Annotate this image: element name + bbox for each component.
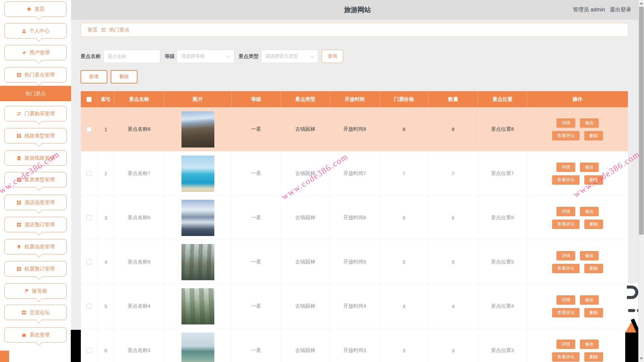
detail-button[interactable]: 详情 — [556, 118, 575, 128]
cell-type: 古镇园林 — [281, 284, 330, 328]
table-row: 6 景点名称3 一星 古镇园林 开放时间3 3 3 景点位置3 详情 修改 查看… — [81, 328, 628, 362]
sidebar-item-label: 旅游线路管理 — [24, 155, 55, 161]
sidebar-item-flight-info-management[interactable]: 机票信息管理 — [4, 239, 67, 254]
sidebar-item-home[interactable]: 首页 — [4, 1, 67, 17]
sidebar-item-route-type-management[interactable]: 线路类型管理 — [4, 128, 67, 143]
delete-button[interactable]: 删除 — [111, 70, 138, 83]
level-select[interactable]: 请选择等级 — [177, 50, 234, 63]
row-checkbox[interactable] — [87, 127, 92, 132]
view-comments-button[interactable]: 查看评论 — [552, 175, 580, 185]
cell-quantity: 3 — [429, 328, 478, 362]
view-comments-button[interactable]: 查看评论 — [552, 264, 580, 273]
view-comments-button[interactable]: 查看评论 — [552, 352, 580, 362]
level-label: 等级 — [165, 50, 175, 63]
cell-level: 一星 — [232, 240, 281, 284]
sidebar-item-ticket-purchase-management[interactable]: 门票购买管理 — [4, 106, 67, 121]
sidebar-item-message-board[interactable]: 留言板 — [4, 283, 67, 299]
query-button[interactable]: 查询 — [322, 50, 343, 63]
scrollbar-thumb[interactable] — [639, 7, 644, 235]
select-all-checkbox[interactable] — [87, 97, 92, 102]
sidebar-item-personal-center[interactable]: 个人中心 — [4, 23, 67, 39]
sidebar-item-label: 酒店预订管理 — [24, 222, 55, 228]
breadcrumb-home[interactable]: 首页 — [88, 27, 98, 33]
scroll-up-arrow-icon[interactable] — [640, 2, 643, 4]
view-comments-button[interactable]: 查看评论 — [552, 308, 580, 317]
dash-glyph — [628, 309, 635, 312]
row-delete-button[interactable]: 删除 — [584, 131, 603, 140]
row-delete-button[interactable]: 删除 — [584, 352, 603, 362]
row-checkbox[interactable] — [87, 215, 92, 220]
row-checkbox[interactable] — [87, 348, 92, 353]
sidebar-item-hotel-info-management[interactable]: 酒店信息管理 — [4, 195, 67, 210]
row-checkbox[interactable] — [87, 259, 92, 264]
logout-link[interactable]: 退出登录 — [610, 6, 631, 13]
grid-icon — [16, 200, 21, 205]
grid-icon — [16, 133, 21, 138]
add-button[interactable]: 新增 — [80, 70, 107, 83]
scenic-type-select[interactable]: 请选择景点类型 — [261, 50, 318, 63]
column-header-type: 景点类型 — [281, 91, 330, 107]
row-delete-button[interactable]: 删除 — [584, 220, 603, 229]
sidebar-item-room-type-management[interactable]: 客房类型管理 — [4, 172, 67, 187]
sidebar-item-hot-scenic-active[interactable]: 热门景点 — [0, 86, 71, 101]
home-icon — [26, 7, 32, 12]
sidebar-item-label: 机票预订管理 — [24, 266, 55, 272]
cell-type: 古镇园林 — [281, 107, 330, 151]
top-bar: 旅游网站 管理员 admin 退出登录 — [71, 0, 644, 20]
cell-type: 古镇园林 — [281, 328, 330, 362]
page-title: 旅游网站 — [71, 0, 644, 20]
column-header-name: 景点名称 — [114, 91, 164, 107]
sidebar-item-label: 留言板 — [32, 288, 47, 294]
sidebar-item-label: 线路类型管理 — [24, 133, 55, 139]
detail-button[interactable]: 详情 — [556, 340, 575, 349]
view-comments-button[interactable]: 查看评论 — [552, 220, 580, 229]
row-delete-button[interactable]: 删除 — [584, 264, 603, 273]
edit-button[interactable]: 修改 — [580, 207, 599, 216]
cell-name: 景点名称5 — [114, 240, 164, 284]
cell-index: 1 — [98, 107, 114, 151]
sidebar-item-label: 门票购买管理 — [24, 111, 55, 117]
column-header-actions: 操作 — [527, 91, 628, 107]
table-row: 2 景点名称7 一星 古镇园林 开放时间7 7 7 景点位置7 详情 修改 查看… — [81, 152, 628, 196]
cell-location: 景点位置6 — [478, 196, 527, 240]
briefcase-icon — [21, 333, 26, 338]
detail-button[interactable]: 详情 — [556, 207, 575, 216]
sidebar-item-hot-scenic-management[interactable]: 热门景点管理 — [4, 67, 67, 82]
sidebar-item-label: 用户管理 — [30, 50, 50, 56]
edit-button[interactable]: 修改 — [580, 251, 599, 260]
row-delete-button[interactable]: 删除 — [584, 175, 603, 185]
scenic-image — [181, 333, 214, 362]
detail-button[interactable]: 详情 — [556, 251, 575, 260]
view-comments-button[interactable]: 查看评论 — [552, 131, 580, 140]
table-row: 1 景点名称8 一星 古镇园林 开放时间8 8 8 景点位置8 详情 修改 查看… — [81, 107, 628, 152]
row-delete-button[interactable]: 删除 — [584, 308, 603, 317]
logged-in-user: 管理员 admin — [573, 6, 605, 13]
edit-button[interactable]: 修改 — [580, 295, 599, 305]
cell-open-time: 开放时间7 — [330, 152, 380, 195]
detail-button[interactable]: 详情 — [556, 163, 575, 172]
cell-open-time: 开放时间8 — [330, 107, 380, 151]
cell-name: 景点名称7 — [114, 152, 164, 195]
edit-button[interactable]: 修改 — [580, 118, 599, 128]
sidebar-item-flight-booking-management[interactable]: 机票预订管理 — [4, 261, 67, 277]
sidebar-item-label: 系统管理 — [30, 332, 50, 338]
sidebar-item-label: 首页 — [35, 6, 45, 12]
row-checkbox[interactable] — [87, 304, 92, 309]
flag-icon — [24, 289, 29, 294]
sidebar-item-hotel-booking-management[interactable]: 酒店预订管理 — [4, 217, 67, 232]
sidebar-item-travel-route-management[interactable]: 旅游线路管理 — [4, 150, 67, 166]
scroll-down-arrow-icon[interactable] — [640, 358, 643, 360]
sidebar-item-user-management[interactable]: 用户管理 — [4, 45, 67, 60]
row-checkbox[interactable] — [87, 171, 92, 176]
scenic-image — [181, 244, 214, 280]
cell-open-time: 开放时间6 — [330, 196, 380, 240]
chevron-down-icon — [226, 54, 231, 58]
sidebar-item-system-management[interactable]: 系统管理 — [4, 327, 67, 343]
edit-button[interactable]: 修改 — [580, 163, 599, 172]
scenic-name-input[interactable] — [103, 50, 160, 63]
sidebar-item-forum[interactable]: 交流论坛 — [4, 305, 67, 320]
bulb-icon — [16, 244, 21, 249]
edit-button[interactable]: 修改 — [580, 340, 599, 349]
detail-button[interactable]: 详情 — [556, 295, 575, 305]
vertical-scrollbar[interactable] — [638, 0, 644, 362]
